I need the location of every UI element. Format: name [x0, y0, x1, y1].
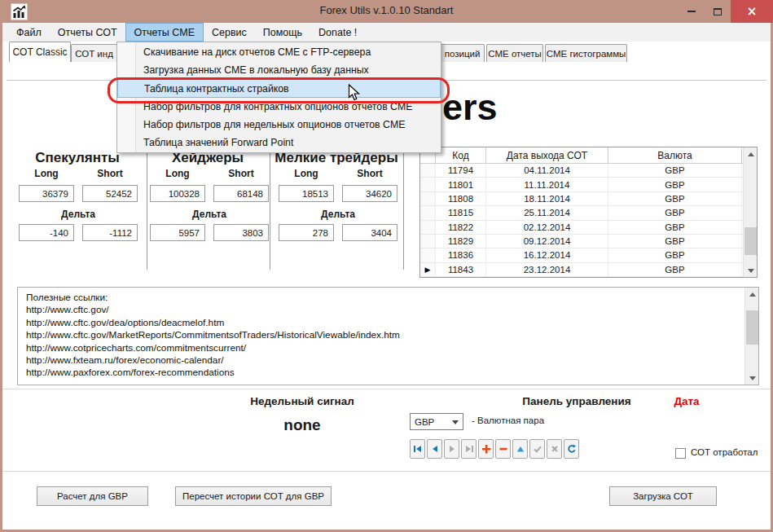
dropdown-item-1[interactable]: Загрузка данных CME в локальную базу дан…	[117, 61, 441, 79]
currency-pair-select[interactable]: GBP	[410, 413, 463, 430]
nav-cancel-icon	[550, 444, 560, 454]
nav-refresh-button[interactable]	[564, 439, 579, 459]
nav-edit-button[interactable]	[512, 439, 528, 459]
menubar-item-0[interactable]: Файл	[8, 23, 50, 42]
dropdown-item-0[interactable]: Скачивание на диск отчетов CME с FTP-сер…	[117, 43, 441, 61]
row-selector-cell: ▶	[420, 263, 436, 276]
section-divider	[147, 148, 147, 270]
menubar-item-2[interactable]: Отчеты CME	[125, 23, 204, 42]
short-value-field[interactable]: 52452	[82, 185, 138, 202]
link-line: http://www.paxforex.com/forex-recommenda…	[26, 367, 742, 379]
link-line: http://www.cotpricecharts.com/commitment…	[26, 342, 742, 354]
short-label: Short	[342, 168, 397, 179]
long-value-field[interactable]: 100328	[150, 185, 205, 202]
table-cell: 11829	[436, 235, 486, 248]
scrollbar-thumb[interactable]	[746, 310, 758, 345]
table-row[interactable]: 1182202.12.2014GBP	[420, 221, 743, 235]
links-title-line: Полезные ссылки:	[26, 292, 742, 304]
scrollbar-thumb[interactable]	[744, 227, 757, 255]
maximize-button[interactable]	[705, 0, 731, 23]
nav-prior-button[interactable]	[427, 439, 442, 459]
delta-label: Дельта	[279, 209, 397, 220]
useful-links-box[interactable]: Полезные ссылки:http://www.cftc.gov/http…	[17, 287, 759, 385]
delta-short-field[interactable]: 3803	[213, 224, 269, 241]
table-column-header[interactable]: Валюта	[608, 147, 742, 163]
table-row[interactable]: ▶1184323.12.2014GBP	[420, 263, 743, 277]
link-line: http://www.cftc.gov/	[26, 304, 742, 316]
links-scrollbar[interactable]	[744, 288, 758, 385]
titlebar: Forex Utils v.1.0.10 Standart ×	[0, 0, 773, 23]
nav-first-icon	[413, 444, 423, 454]
row-selector-cell	[420, 178, 436, 191]
table-row[interactable]: 1180818.11.2014GBP	[420, 192, 743, 206]
short-label: Short	[82, 168, 138, 179]
close-button[interactable]: ×	[731, 0, 773, 23]
currency-pair-label: - Валютная пара	[472, 415, 544, 425]
nav-insert-button[interactable]	[478, 439, 494, 459]
table-row[interactable]: 1183616.12.2014GBP	[420, 248, 743, 262]
table-row[interactable]: 1182909.12.2014GBP	[420, 235, 743, 248]
nav-post-icon	[533, 444, 542, 454]
minimize-button[interactable]	[678, 0, 705, 23]
maximize-icon	[714, 8, 722, 15]
nav-refresh-icon	[567, 444, 577, 454]
table-cell: 23.12.2014	[486, 263, 608, 276]
dropdown-item-5[interactable]: Таблица значений Forward Point	[117, 134, 441, 152]
delta-long-field[interactable]: 5957	[150, 224, 205, 241]
long-value-field[interactable]: 36379	[19, 185, 74, 202]
table-scrollbar[interactable]	[743, 147, 757, 277]
tab-сот-инд[interactable]: СОТ инд	[71, 44, 117, 62]
nav-first-button[interactable]	[410, 439, 425, 459]
table-row[interactable]: 1181525.11.2014GBP	[420, 206, 743, 220]
menubar-item-4[interactable]: Помощь	[255, 23, 310, 42]
nav-next-button	[444, 439, 459, 459]
table-body: 1179404.11.2014GBP1180111.11.2014GBP1180…	[420, 164, 743, 277]
short-value-field[interactable]: 34620	[342, 185, 397, 202]
nav-delete-button[interactable]	[495, 439, 511, 459]
table-row[interactable]: 1179404.11.2014GBP	[420, 164, 743, 178]
delta-long-field[interactable]: -140	[19, 224, 74, 241]
table-row[interactable]: 1180111.11.2014GBP	[420, 178, 743, 191]
table-cell: 02.12.2014	[486, 221, 608, 234]
tab-позиций[interactable]: позиций	[440, 44, 485, 62]
links-text: Полезные ссылки:http://www.cftc.gov/http…	[26, 292, 742, 380]
menubar-item-5[interactable]: Donate !	[310, 23, 365, 42]
menubar-item-3[interactable]: Сервис	[204, 23, 255, 42]
delta-long-field[interactable]: 278	[279, 224, 334, 241]
table-cell: 11801	[436, 178, 486, 191]
short-value-field[interactable]: 68148	[213, 185, 269, 202]
dropdown-item-2[interactable]: Таблица контрактных страйков	[117, 79, 441, 99]
nav-last-icon	[464, 444, 474, 454]
chevron-down-icon	[452, 420, 459, 424]
current-row-marker-icon: ▶	[425, 266, 431, 274]
table-cell: GBP	[608, 235, 742, 248]
table-column-header[interactable]: Дата выхода СОТ	[486, 147, 608, 163]
table-cell: 18.11.2014	[486, 192, 608, 205]
long-value-field[interactable]: 18513	[279, 185, 334, 202]
row-selector-cell	[420, 192, 436, 205]
table-cell: 11794	[436, 164, 486, 177]
table-cell: GBP	[608, 206, 742, 219]
menubar-item-1[interactable]: Отчеты СОТ	[50, 23, 125, 42]
table-cell: 11843	[436, 263, 486, 276]
tab-cme-отчеты[interactable]: CME отчеты	[486, 44, 543, 62]
row-selector-cell	[420, 248, 436, 262]
dropdown-item-4[interactable]: Набор фильтров для недельных опционов от…	[117, 116, 441, 134]
delta-short-field[interactable]: 3404	[342, 224, 397, 241]
calc-gbp-button[interactable]: Расчет для GBP	[37, 486, 148, 506]
scroll-down-icon[interactable]	[745, 372, 759, 385]
tab-cme-гистограммы[interactable]: CME гистограммы	[545, 44, 627, 62]
scroll-down-icon[interactable]	[744, 264, 758, 277]
recalc-history-button[interactable]: Пересчет истории СОТ для GBP	[175, 486, 332, 506]
tab-cot-classic[interactable]: COT Classic	[9, 42, 71, 62]
scroll-up-icon[interactable]	[744, 147, 758, 160]
table-column-header[interactable]: Код	[436, 147, 486, 163]
table-cell: 11808	[436, 192, 486, 205]
scroll-up-icon[interactable]	[745, 288, 759, 301]
table-cell: GBP	[608, 248, 742, 262]
delta-short-field[interactable]: -1112	[82, 224, 138, 241]
cme-reports-dropdown-menu: Скачивание на диск отчетов CME с FTP-сер…	[116, 42, 441, 153]
load-cot-button[interactable]: Загрузка СОТ	[609, 486, 717, 506]
dropdown-item-3[interactable]: Набор фильтров для контрактных опционов …	[117, 98, 441, 116]
cot-done-checkbox[interactable]	[675, 448, 686, 459]
